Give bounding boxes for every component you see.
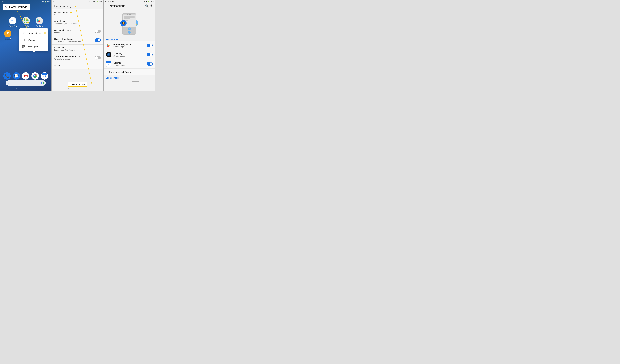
widgets-icon: ⊞ xyxy=(22,38,25,42)
about-title: About xyxy=(54,64,60,67)
mute-icon: 🔕 xyxy=(120,20,126,26)
darksky-toggle[interactable] xyxy=(147,53,153,56)
time-label-p2: 10:37 xyxy=(53,1,57,2)
google-search-bar[interactable]: G xyxy=(6,80,46,86)
home-settings-panel: 10:37 ▲ ▲ 45° 🔋 28% Home settings Notifi… xyxy=(52,0,103,91)
notifications-panel: 11:19 📅 35° ▲ ▲ 🔋 76% ← Notifications 🔍 … xyxy=(104,0,155,91)
notif-nav-pill[interactable] xyxy=(132,81,139,82)
signal-icon: ▲ xyxy=(39,1,41,2)
status-bar-panel1: 10:35 ▲ ▲ 45° 🔋 29% xyxy=(0,0,51,3)
wallpapers-label: Wallpapers xyxy=(28,45,38,48)
add-icon-toggle[interactable] xyxy=(95,30,101,33)
gear-icon: ⚙ xyxy=(5,5,8,9)
add-icon-sub: For new apps xyxy=(54,31,78,33)
notif-dots-sub: On xyxy=(54,14,72,16)
dock-chrome-icon[interactable] xyxy=(31,72,39,80)
dock-gmail-icon[interactable] xyxy=(22,72,30,80)
playstore-toggle-thumb xyxy=(150,44,153,47)
darksky-circle xyxy=(106,52,111,58)
phone-settings-icon: ⚙ xyxy=(128,28,131,30)
at-a-glance-title: At A Glance xyxy=(54,20,65,22)
app-item-playstore[interactable]: Play Store xyxy=(35,17,43,27)
settings-nav-bar: ‹ xyxy=(52,87,103,91)
phone-status-dot-3 xyxy=(130,14,131,15)
home-pill[interactable] xyxy=(28,89,35,89)
notif-line-2 xyxy=(124,18,130,19)
context-menu-wallpapers[interactable]: 🖼 Wallpapers xyxy=(19,43,48,50)
time-label-p3: 11:19 xyxy=(105,1,109,2)
status-bar-panel3: 11:19 📅 35° ▲ ▲ 🔋 76% xyxy=(104,0,155,3)
darksky-separator xyxy=(145,52,145,57)
swipe-up-arrow: ⌃ xyxy=(25,69,27,71)
calendar-toggle[interactable] xyxy=(147,62,153,66)
battery-icon-p3: 🔋 xyxy=(148,1,150,2)
status-left-panel1: 10:35 xyxy=(1,1,5,2)
darksky-notif-time: 13 minutes ago xyxy=(113,55,145,57)
settings-title: Home settings xyxy=(52,3,103,9)
context-menu-home-settings[interactable]: ⚙ Home settings xyxy=(19,30,48,36)
notif-item-calendar[interactable]: 31 Calendar 19 minutes ago xyxy=(104,59,155,69)
calendar-toggle-area xyxy=(145,61,153,66)
search-icon[interactable]: 🔍 xyxy=(145,4,149,8)
context-menu-widgets[interactable]: ⊞ Widgets xyxy=(19,36,48,43)
dock-messages-icon[interactable]: 💬 xyxy=(13,72,20,80)
back-button[interactable]: ‹ xyxy=(16,88,17,90)
chevron-right-icon: › xyxy=(106,71,107,73)
darksky-inner xyxy=(107,53,110,56)
phone-status-dot-2 xyxy=(129,14,130,15)
app-item-gpay[interactable]: GP Mobile Pa... xyxy=(9,17,17,27)
notifications-illustration: 🔔 ⚙ ⚙ 🔕 xyxy=(104,9,155,37)
untappd-app[interactable]: ✗ Untappd xyxy=(4,30,11,40)
darksky-notif-text: Dark Sky 13 minutes ago xyxy=(113,52,145,57)
notif-back-nav[interactable]: ‹ xyxy=(120,80,120,83)
svg-point-6 xyxy=(34,75,36,77)
settings-item-rotation[interactable]: Allow Home screen rotation When phone is… xyxy=(52,53,103,62)
home-dock: ⌃ 📞 💬 xyxy=(0,69,51,86)
playstore-circle-icon xyxy=(35,17,43,24)
home-settings-header-box: ⚙ Home settings xyxy=(3,4,30,10)
notif-item-playstore[interactable]: Google Play Store 8 minutes ago xyxy=(104,41,155,50)
settings-item-google-app[interactable]: Display Google app To the left of the ma… xyxy=(52,36,103,45)
rotation-toggle[interactable] xyxy=(95,56,101,60)
google-app-toggle-thumb xyxy=(97,39,100,42)
dock-calendar-icon[interactable]: 26 xyxy=(41,72,48,80)
recently-sent-header: RECENTLY SENT xyxy=(104,37,155,41)
wifi-icon-p3: ▲ xyxy=(144,1,145,2)
gpay-icon: GP xyxy=(9,17,16,24)
signal-temp-p2: 45° xyxy=(93,1,95,2)
battery-label-p3: 76% xyxy=(151,1,154,2)
settings-back-nav[interactable]: ‹ xyxy=(68,88,69,90)
rotation-toggle-thumb xyxy=(95,56,98,59)
settings-item-add-icon[interactable]: Add icon to Home screen For new apps xyxy=(52,27,103,36)
home-settings-menu-label: Home settings xyxy=(28,32,41,34)
notif-item-darksky[interactable]: Dark Sky 13 minutes ago xyxy=(104,50,155,59)
app-item-streaks[interactable]: Streaks xyxy=(22,17,30,27)
settings-nav-pill[interactable] xyxy=(80,89,87,89)
help-icon[interactable]: ⓪ xyxy=(151,4,153,8)
playstore-notif-text: Google Play Store 8 minutes ago xyxy=(113,43,145,48)
streaks-icon xyxy=(22,17,30,24)
home-settings-title: Home settings xyxy=(9,5,27,9)
settings-item-suggestions[interactable]: Suggestions For Overview & All Apps list xyxy=(52,45,103,53)
calendar-notif-time: 19 minutes ago xyxy=(113,64,145,66)
battery-icon: 🔋 xyxy=(44,1,46,2)
dock-phone-icon[interactable]: 📞 xyxy=(3,72,11,80)
battery-label-p2: 28% xyxy=(99,1,102,2)
notif-line-1 xyxy=(124,16,135,18)
widgets-label: Widgets xyxy=(28,39,35,41)
settings-item-about[interactable]: About xyxy=(52,62,103,69)
time-label: 10:35 xyxy=(1,1,5,2)
playstore-toggle[interactable] xyxy=(147,44,153,47)
add-icon-toggle-thumb xyxy=(95,30,98,33)
phone-bottom-section: ⚙ ⚙ xyxy=(123,27,136,34)
google-app-toggle[interactable] xyxy=(95,38,101,42)
notif-dots-title: Notification dots xyxy=(54,11,70,14)
calendar-separator xyxy=(145,61,145,66)
see-all-text: See all from last 7 days xyxy=(108,71,131,73)
settings-item-notif-dots[interactable]: Notification dots On xyxy=(52,9,103,18)
see-all-row[interactable]: › See all from last 7 days xyxy=(104,69,155,75)
lock-screen-header: LOCK SCREEN xyxy=(104,76,155,79)
notifications-back-button[interactable]: ← xyxy=(105,4,108,8)
suggestions-sub: For Overview & All Apps list xyxy=(54,49,75,51)
settings-item-at-a-glance[interactable]: At A Glance At the top of your Home scre… xyxy=(52,18,103,27)
